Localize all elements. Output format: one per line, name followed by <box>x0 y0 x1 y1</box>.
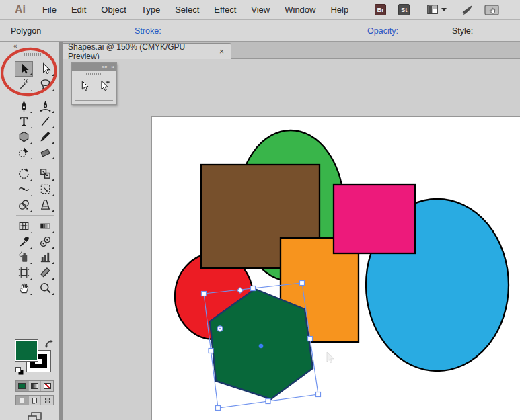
live-corner-widget-dot <box>219 328 221 330</box>
selection-handle[interactable] <box>266 399 270 404</box>
selection-handle[interactable] <box>251 286 256 291</box>
direct-selection-icon <box>78 80 90 92</box>
panel-grip[interactable] <box>86 73 102 75</box>
selection-handle[interactable] <box>209 349 213 353</box>
panel-collapse-icon[interactable]: «« <box>101 64 107 71</box>
selection-handle[interactable] <box>308 337 313 341</box>
ghost-cursor-icon <box>327 352 334 363</box>
selection-handle[interactable] <box>316 392 321 397</box>
group-selection-tool[interactable] <box>97 79 112 93</box>
group-selection-icon <box>98 80 110 92</box>
panel-separator <box>75 100 113 101</box>
selection-center-point[interactable] <box>259 344 264 349</box>
direct-selection-tool[interactable] <box>77 79 91 93</box>
selection-handle[interactable] <box>216 406 221 411</box>
illustrator-window: Ai FileEditObjectTypeSelectEffectViewWin… <box>0 0 520 420</box>
fill-color-proxy[interactable] <box>15 339 38 362</box>
pink-rectangle[interactable] <box>334 185 415 253</box>
panel-close-icon[interactable]: × <box>111 64 114 71</box>
selection-tools-panel[interactable]: «« × <box>71 62 117 105</box>
selection-handle[interactable] <box>202 292 207 296</box>
panel-titlebar[interactable]: «« × <box>72 63 116 71</box>
annotation-circle <box>0 46 59 98</box>
selection-handle[interactable] <box>300 281 305 286</box>
